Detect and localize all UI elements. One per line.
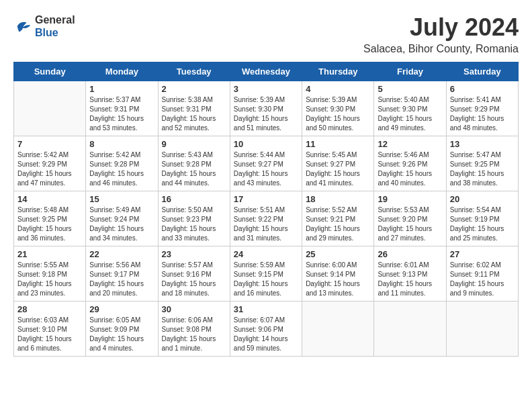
calendar-body: 1Sunrise: 5:37 AM Sunset: 9:31 PM Daylig… — [14, 81, 519, 357]
day-number: 22 — [89, 249, 154, 259]
day-info: Sunrise: 5:44 AM Sunset: 9:27 PM Dayligh… — [234, 150, 298, 188]
title-block: July 2024 Salacea, Bihor County, Romania — [363, 13, 519, 55]
day-number: 8 — [89, 139, 154, 149]
calendar-cell: 21Sunrise: 5:55 AM Sunset: 9:18 PM Dayli… — [14, 246, 86, 302]
day-info: Sunrise: 6:01 AM Sunset: 9:13 PM Dayligh… — [378, 261, 442, 298]
day-number: 17 — [234, 194, 298, 204]
calendar-cell: 24Sunrise: 5:59 AM Sunset: 9:15 PM Dayli… — [230, 246, 302, 302]
calendar-week-3: 21Sunrise: 5:55 AM Sunset: 9:18 PM Dayli… — [14, 246, 519, 302]
location-subtitle: Salacea, Bihor County, Romania — [363, 43, 519, 55]
calendar-cell: 2Sunrise: 5:38 AM Sunset: 9:31 PM Daylig… — [158, 81, 230, 136]
calendar-week-4: 28Sunrise: 6:03 AM Sunset: 9:10 PM Dayli… — [14, 302, 519, 357]
day-info: Sunrise: 5:39 AM Sunset: 9:30 PM Dayligh… — [234, 95, 298, 133]
logo-icon — [13, 17, 32, 36]
calendar-cell: 27Sunrise: 6:02 AM Sunset: 9:11 PM Dayli… — [446, 246, 518, 302]
day-number: 5 — [378, 84, 442, 94]
day-number: 19 — [378, 194, 442, 204]
day-info: Sunrise: 5:42 AM Sunset: 9:28 PM Dayligh… — [89, 150, 154, 188]
day-info: Sunrise: 5:50 AM Sunset: 9:23 PM Dayligh… — [162, 205, 226, 243]
header-sunday: Sunday — [14, 62, 86, 81]
calendar-cell: 20Sunrise: 5:54 AM Sunset: 9:19 PM Dayli… — [446, 191, 518, 246]
day-number: 3 — [234, 84, 298, 94]
day-info: Sunrise: 5:59 AM Sunset: 9:15 PM Dayligh… — [234, 261, 298, 298]
day-number: 25 — [306, 249, 370, 259]
day-info: Sunrise: 6:00 AM Sunset: 9:14 PM Dayligh… — [306, 261, 370, 298]
day-number: 2 — [162, 84, 226, 94]
day-number: 21 — [17, 249, 82, 259]
logo: General Blue — [13, 13, 75, 39]
calendar-cell — [302, 302, 374, 357]
day-number: 31 — [234, 304, 298, 314]
calendar-cell: 31Sunrise: 6:07 AM Sunset: 9:06 PM Dayli… — [230, 302, 302, 357]
calendar-cell: 3Sunrise: 5:39 AM Sunset: 9:30 PM Daylig… — [230, 81, 302, 136]
day-info: Sunrise: 5:46 AM Sunset: 9:26 PM Dayligh… — [378, 150, 442, 188]
day-info: Sunrise: 5:42 AM Sunset: 9:29 PM Dayligh… — [17, 150, 82, 188]
calendar-cell: 18Sunrise: 5:52 AM Sunset: 9:21 PM Dayli… — [302, 191, 374, 246]
calendar-cell — [374, 302, 446, 357]
header-saturday: Saturday — [446, 62, 518, 81]
logo-blue: Blue — [35, 26, 75, 39]
calendar-cell: 23Sunrise: 5:57 AM Sunset: 9:16 PM Dayli… — [158, 246, 230, 302]
day-info: Sunrise: 5:49 AM Sunset: 9:24 PM Dayligh… — [89, 205, 154, 243]
calendar-cell: 7Sunrise: 5:42 AM Sunset: 9:29 PM Daylig… — [14, 136, 86, 191]
logo-general: General — [35, 13, 75, 26]
day-info: Sunrise: 5:55 AM Sunset: 9:18 PM Dayligh… — [17, 261, 82, 298]
day-info: Sunrise: 5:39 AM Sunset: 9:30 PM Dayligh… — [306, 95, 370, 133]
day-info: Sunrise: 6:02 AM Sunset: 9:11 PM Dayligh… — [450, 261, 515, 298]
day-info: Sunrise: 5:37 AM Sunset: 9:31 PM Dayligh… — [89, 95, 154, 133]
header-monday: Monday — [86, 62, 158, 81]
day-number: 18 — [306, 194, 370, 204]
calendar-cell: 10Sunrise: 5:44 AM Sunset: 9:27 PM Dayli… — [230, 136, 302, 191]
day-info: Sunrise: 6:03 AM Sunset: 9:10 PM Dayligh… — [17, 316, 82, 353]
day-number: 29 — [89, 304, 154, 314]
calendar-cell: 1Sunrise: 5:37 AM Sunset: 9:31 PM Daylig… — [86, 81, 158, 136]
day-number: 6 — [450, 84, 515, 94]
day-number: 28 — [17, 304, 82, 314]
calendar-table: SundayMondayTuesdayWednesdayThursdayFrid… — [13, 62, 519, 357]
header-friday: Friday — [374, 62, 446, 81]
calendar-cell: 15Sunrise: 5:49 AM Sunset: 9:24 PM Dayli… — [86, 191, 158, 246]
calendar-cell: 19Sunrise: 5:53 AM Sunset: 9:20 PM Dayli… — [374, 191, 446, 246]
day-number: 26 — [378, 249, 442, 259]
day-info: Sunrise: 5:57 AM Sunset: 9:16 PM Dayligh… — [162, 261, 226, 298]
day-number: 11 — [306, 139, 370, 149]
calendar-cell: 9Sunrise: 5:43 AM Sunset: 9:28 PM Daylig… — [158, 136, 230, 191]
day-info: Sunrise: 5:53 AM Sunset: 9:20 PM Dayligh… — [378, 205, 442, 243]
header-row: SundayMondayTuesdayWednesdayThursdayFrid… — [14, 62, 519, 81]
calendar-cell: 17Sunrise: 5:51 AM Sunset: 9:22 PM Dayli… — [230, 191, 302, 246]
day-number: 20 — [450, 194, 515, 204]
calendar-week-1: 7Sunrise: 5:42 AM Sunset: 9:29 PM Daylig… — [14, 136, 519, 191]
day-info: Sunrise: 5:56 AM Sunset: 9:17 PM Dayligh… — [89, 261, 154, 298]
day-number: 27 — [450, 249, 515, 259]
header-wednesday: Wednesday — [230, 62, 302, 81]
day-info: Sunrise: 6:07 AM Sunset: 9:06 PM Dayligh… — [234, 316, 298, 353]
calendar-week-0: 1Sunrise: 5:37 AM Sunset: 9:31 PM Daylig… — [14, 81, 519, 136]
calendar-cell: 11Sunrise: 5:45 AM Sunset: 9:27 PM Dayli… — [302, 136, 374, 191]
calendar-cell: 25Sunrise: 6:00 AM Sunset: 9:14 PM Dayli… — [302, 246, 374, 302]
day-number: 12 — [378, 139, 442, 149]
calendar-cell: 29Sunrise: 6:05 AM Sunset: 9:09 PM Dayli… — [86, 302, 158, 357]
page-header: General Blue July 2024 Salacea, Bihor Co… — [13, 13, 519, 55]
day-number: 16 — [162, 194, 226, 204]
calendar-cell: 13Sunrise: 5:47 AM Sunset: 9:25 PM Dayli… — [446, 136, 518, 191]
day-number: 24 — [234, 249, 298, 259]
day-number: 14 — [17, 194, 82, 204]
calendar-cell: 12Sunrise: 5:46 AM Sunset: 9:26 PM Dayli… — [374, 136, 446, 191]
day-number: 1 — [89, 84, 154, 94]
calendar-cell — [14, 81, 86, 136]
day-number: 13 — [450, 139, 515, 149]
calendar-cell — [446, 302, 518, 357]
calendar-cell: 16Sunrise: 5:50 AM Sunset: 9:23 PM Dayli… — [158, 191, 230, 246]
header-thursday: Thursday — [302, 62, 374, 81]
month-year-title: July 2024 — [363, 13, 519, 42]
day-info: Sunrise: 5:47 AM Sunset: 9:25 PM Dayligh… — [450, 150, 515, 188]
day-number: 7 — [17, 139, 82, 149]
day-info: Sunrise: 5:52 AM Sunset: 9:21 PM Dayligh… — [306, 205, 370, 243]
day-info: Sunrise: 6:05 AM Sunset: 9:09 PM Dayligh… — [89, 316, 154, 353]
day-info: Sunrise: 5:40 AM Sunset: 9:30 PM Dayligh… — [378, 95, 442, 133]
day-number: 4 — [306, 84, 370, 94]
logo-text: General Blue — [35, 13, 75, 39]
calendar-cell: 28Sunrise: 6:03 AM Sunset: 9:10 PM Dayli… — [14, 302, 86, 357]
calendar-cell: 8Sunrise: 5:42 AM Sunset: 9:28 PM Daylig… — [86, 136, 158, 191]
day-info: Sunrise: 5:51 AM Sunset: 9:22 PM Dayligh… — [234, 205, 298, 243]
